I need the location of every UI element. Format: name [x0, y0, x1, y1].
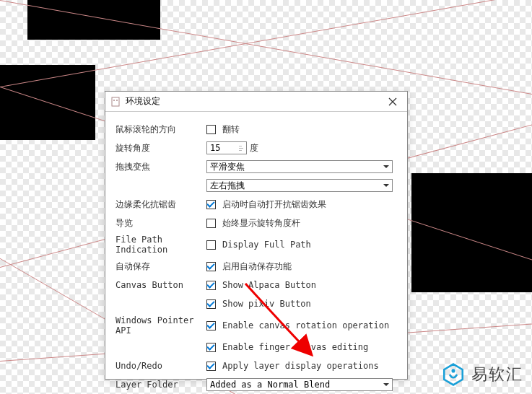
finger-text: Enable finger canvas editing: [222, 342, 368, 352]
rotation-checkbox[interactable]: [206, 321, 216, 330]
app-icon: [110, 96, 121, 108]
canvasbtn-label: Canvas Button: [113, 280, 206, 290]
close-icon: [388, 97, 397, 106]
rotate-angle-input[interactable]: 15: [206, 141, 247, 154]
watermark-text: 易软汇: [471, 364, 523, 385]
rotate-label: 旋转角度: [113, 142, 206, 154]
undoredo-text: Apply layer display operations: [222, 361, 379, 371]
mousewheel-flip-checkbox[interactable]: [206, 125, 216, 134]
dragdir-select[interactable]: 左右拖拽: [206, 179, 393, 192]
alpaca-text: Show Alpaca Button: [222, 280, 316, 290]
close-button[interactable]: [381, 93, 404, 110]
pixiv-checkbox[interactable]: [206, 299, 216, 309]
finger-checkbox[interactable]: [206, 343, 216, 352]
autosave-checkbox[interactable]: [206, 262, 216, 271]
antialias-text: 启动时自动打开抗锯齿效果: [222, 198, 326, 211]
watermark: 易软汇: [441, 362, 523, 387]
dialog-body: 鼠标滚轮的方向 翻转 旋转角度 15 度 拖拽变焦 平滑变焦 左右拖拽: [105, 112, 407, 394]
autosave-text: 启用自动保存功能: [222, 261, 292, 273]
antialias-label: 边缘柔化抗锯齿: [113, 198, 206, 211]
watermark-icon: [441, 362, 466, 387]
navi-label: 导览: [113, 217, 206, 229]
canvas-shape: [27, 0, 160, 40]
filepath-text: Display Full Path: [222, 240, 311, 250]
alpaca-checkbox[interactable]: [206, 281, 216, 290]
titlebar[interactable]: 环境设定: [105, 92, 407, 112]
dragzoom-select[interactable]: 平滑变焦: [206, 160, 393, 173]
mousewheel-flip-text: 翻转: [222, 123, 240, 136]
autosave-label: 自动保存: [113, 261, 206, 273]
rotate-unit: 度: [250, 142, 258, 154]
undoredo-label: Undo/Redo: [113, 361, 206, 371]
filepath-label: File Path Indication: [113, 235, 206, 255]
pointer-label: Windows Pointer API: [113, 315, 206, 336]
navi-text: 始终显示旋转角度杆: [222, 217, 300, 229]
svg-point-2: [116, 100, 118, 101]
svg-point-1: [113, 100, 115, 101]
pixiv-text: Show pixiv Button: [222, 299, 311, 309]
canvas-shape: [411, 173, 532, 292]
mousewheel-label: 鼠标滚轮的方向: [113, 123, 206, 136]
navi-checkbox[interactable]: [206, 219, 216, 228]
undoredo-checkbox[interactable]: [206, 362, 216, 371]
dialog-title: 环境设定: [126, 95, 381, 108]
filepath-checkbox[interactable]: [206, 240, 216, 250]
rotation-text: Enable canvas rotation operation: [222, 320, 389, 330]
svg-point-3: [451, 369, 455, 372]
layerfolder-label: Layer Folder: [113, 380, 206, 390]
layerfolder-select[interactable]: Added as a Normal Blend: [206, 378, 393, 391]
svg-rect-0: [112, 97, 119, 106]
dragzoom-label: 拖拽变焦: [113, 161, 206, 173]
antialias-checkbox[interactable]: [206, 200, 216, 209]
environment-settings-dialog: 环境设定 鼠标滚轮的方向 翻转 旋转角度 15 度 拖拽变焦 平滑变焦: [105, 91, 408, 380]
